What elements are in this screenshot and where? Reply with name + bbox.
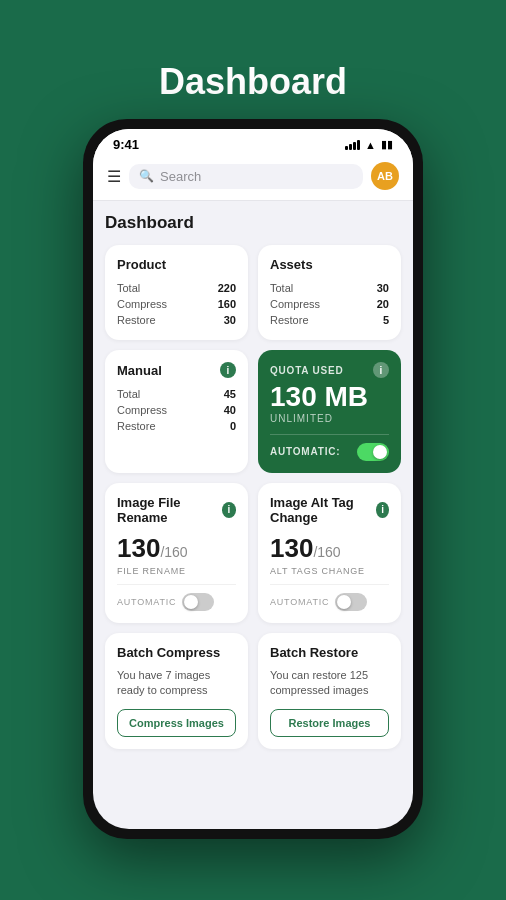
batch-compress-desc: You have 7 images ready to compress xyxy=(117,668,236,699)
cards-row-3: Image File Rename i 130/160 File Rename … xyxy=(105,483,401,623)
main-content: Dashboard Product Total 220 Compress xyxy=(93,201,413,829)
rename-toggle-thumb xyxy=(184,595,198,609)
assets-stat-total: Total 30 xyxy=(270,280,389,296)
manual-card-title: Manual xyxy=(117,363,162,378)
assets-total-label: Total xyxy=(270,282,293,294)
rename-auto-label: Automatic xyxy=(117,597,176,607)
product-stat-restore: Restore 30 xyxy=(117,312,236,328)
rename-auto-row: Automatic xyxy=(117,584,236,611)
rename-auto-toggle[interactable] xyxy=(182,593,214,611)
product-card-header: Product xyxy=(117,257,236,272)
rename-value-row: 130/160 xyxy=(117,533,236,564)
rename-card-header: Image File Rename i xyxy=(117,495,236,525)
alt-tag-card-title: Image Alt Tag Change xyxy=(270,495,376,525)
battery-icon: ▮▮ xyxy=(381,138,393,151)
quota-auto-label: Automatic: xyxy=(270,446,340,457)
hamburger-icon[interactable]: ☰ xyxy=(107,167,121,186)
product-total-value: 220 xyxy=(218,282,236,294)
quota-info-icon[interactable]: i xyxy=(373,362,389,378)
manual-total-value: 45 xyxy=(224,388,236,400)
assets-stat-restore: Restore 5 xyxy=(270,312,389,328)
avatar[interactable]: AB xyxy=(371,162,399,190)
manual-restore-label: Restore xyxy=(117,420,156,432)
manual-card-header: Manual i xyxy=(117,362,236,378)
assets-card: Assets Total 30 Compress 20 Restore 5 xyxy=(258,245,401,340)
compress-images-button[interactable]: Compress Images xyxy=(117,709,236,737)
phone-shell: 9:41 ▲ ▮▮ ☰ 🔍 Search xyxy=(83,119,423,839)
quota-auto-toggle[interactable] xyxy=(357,443,389,461)
product-total-label: Total xyxy=(117,282,140,294)
search-icon: 🔍 xyxy=(139,169,154,183)
manual-stat-restore: Restore 0 xyxy=(117,418,236,434)
batch-compress-card: Batch Compress You have 7 images ready t… xyxy=(105,633,248,749)
alt-tag-value: 130 xyxy=(270,533,313,563)
rename-card: Image File Rename i 130/160 File Rename … xyxy=(105,483,248,623)
alt-tag-sublabel: Alt Tags Change xyxy=(270,566,389,576)
rename-value: 130 xyxy=(117,533,160,563)
status-time: 9:41 xyxy=(113,137,139,152)
batch-row: Batch Compress You have 7 images ready t… xyxy=(105,633,401,749)
outer-wrapper: Dashboard 9:41 ▲ ▮▮ ☰ xyxy=(0,0,506,900)
restore-images-button[interactable]: Restore Images xyxy=(270,709,389,737)
search-placeholder: Search xyxy=(160,169,201,184)
cards-row-2: Manual i Total 45 Compress 40 Restore xyxy=(105,350,401,473)
quota-card: Quota Used i 130 MB Unlimited Automatic: xyxy=(258,350,401,473)
product-restore-value: 30 xyxy=(224,314,236,326)
alt-tag-total: /160 xyxy=(313,544,340,560)
product-restore-label: Restore xyxy=(117,314,156,326)
assets-compress-value: 20 xyxy=(377,298,389,310)
manual-restore-value: 0 xyxy=(230,420,236,432)
manual-compress-value: 40 xyxy=(224,404,236,416)
manual-card: Manual i Total 45 Compress 40 Restore xyxy=(105,350,248,473)
assets-card-header: Assets xyxy=(270,257,389,272)
manual-compress-label: Compress xyxy=(117,404,167,416)
quota-value: 130 MB xyxy=(270,382,389,413)
quota-header: Quota Used i xyxy=(270,362,389,378)
quota-sub: Unlimited xyxy=(270,413,389,424)
assets-restore-label: Restore xyxy=(270,314,309,326)
status-bar: 9:41 ▲ ▮▮ xyxy=(93,129,413,156)
alt-tag-auto-label: Automatic xyxy=(270,597,329,607)
assets-card-title: Assets xyxy=(270,257,313,272)
batch-restore-title: Batch Restore xyxy=(270,645,389,660)
product-card: Product Total 220 Compress 160 Restore xyxy=(105,245,248,340)
alt-tag-value-row: 130/160 xyxy=(270,533,389,564)
alt-tag-card-header: Image Alt Tag Change i xyxy=(270,495,389,525)
product-compress-value: 160 xyxy=(218,298,236,310)
product-card-title: Product xyxy=(117,257,166,272)
batch-restore-desc: You can restore 125 compressed images xyxy=(270,668,389,699)
manual-stat-total: Total 45 xyxy=(117,386,236,402)
signal-icon xyxy=(345,140,360,150)
manual-info-icon[interactable]: i xyxy=(220,362,236,378)
alt-tag-toggle-thumb xyxy=(337,595,351,609)
page-title: Dashboard xyxy=(159,61,347,103)
alt-tag-info-icon[interactable]: i xyxy=(376,502,389,518)
dashboard-title: Dashboard xyxy=(105,213,401,233)
batch-restore-card: Batch Restore You can restore 125 compre… xyxy=(258,633,401,749)
top-nav: ☰ 🔍 Search AB xyxy=(93,156,413,201)
assets-stat-compress: Compress 20 xyxy=(270,296,389,312)
assets-restore-value: 5 xyxy=(383,314,389,326)
quota-footer: Automatic: xyxy=(270,434,389,461)
product-compress-label: Compress xyxy=(117,298,167,310)
manual-stat-compress: Compress 40 xyxy=(117,402,236,418)
rename-card-title: Image File Rename xyxy=(117,495,222,525)
cards-row-1: Product Total 220 Compress 160 Restore xyxy=(105,245,401,340)
wifi-icon: ▲ xyxy=(365,139,376,151)
product-stat-total: Total 220 xyxy=(117,280,236,296)
alt-tag-auto-toggle[interactable] xyxy=(335,593,367,611)
batch-compress-title: Batch Compress xyxy=(117,645,236,660)
manual-total-label: Total xyxy=(117,388,140,400)
alt-tag-card: Image Alt Tag Change i 130/160 Alt Tags … xyxy=(258,483,401,623)
product-stat-compress: Compress 160 xyxy=(117,296,236,312)
assets-compress-label: Compress xyxy=(270,298,320,310)
assets-total-value: 30 xyxy=(377,282,389,294)
rename-sublabel: File Rename xyxy=(117,566,236,576)
rename-info-icon[interactable]: i xyxy=(222,502,236,518)
quota-toggle-thumb xyxy=(373,445,387,459)
alt-tag-auto-row: Automatic xyxy=(270,584,389,611)
rename-total: /160 xyxy=(160,544,187,560)
status-icons: ▲ ▮▮ xyxy=(345,138,393,151)
search-bar[interactable]: 🔍 Search xyxy=(129,164,363,189)
quota-label: Quota Used xyxy=(270,365,344,376)
